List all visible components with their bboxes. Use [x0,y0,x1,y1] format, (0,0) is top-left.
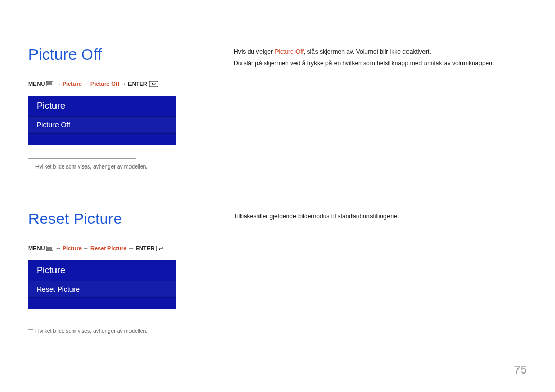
footnote-divider [28,323,136,323]
arrow: → [83,245,90,251]
body-paragraph: Tilbakestiller gjeldende bildemodus til … [234,211,527,221]
arrow: → [128,245,135,251]
body-paragraph-2: Du slår på skjermen ved å trykke på en h… [234,58,527,68]
osd-menu: Picture Picture Off [28,96,176,145]
body-pre: Hvis du velger [234,48,274,55]
left-column: Picture Off MENU → Picture → Picture Off… [28,46,231,170]
osd-menu-header: Picture [28,96,176,116]
nav-picture-off: Picture Off [90,81,119,87]
nav-enter-label: ENTER [128,81,147,87]
nav-path: MENU → Picture → Reset Picture → ENTER [28,244,231,253]
arrow: → [83,81,90,87]
nav-enter-label: ENTER [135,245,154,251]
nav-menu-label: MENU [28,245,45,251]
osd-menu: Picture Reset Picture [28,260,176,309]
top-divider [28,36,527,36]
nav-picture: Picture [63,245,82,251]
menu-icon [46,81,53,86]
page-number: 75 [514,363,527,377]
footnote-divider [28,158,136,159]
nav-reset-picture: Reset Picture [90,245,126,251]
menu-icon [46,246,53,251]
nav-picture: Picture [63,81,82,87]
arrow: → [121,81,128,87]
right-column: Hvis du velger Picture Off, slås skjerme… [231,46,527,170]
nav-path: MENU → Picture → Picture Off → ENTER [28,80,231,88]
section-gap [28,170,527,210]
right-column: Tilbakestiller gjeldende bildemodus til … [231,210,527,334]
arrow: → [55,81,63,87]
osd-menu-item: Picture Off [28,116,176,134]
footnote-text: Hvilket bilde som vises, avhenger av mod… [28,163,231,171]
osd-menu-footer [28,134,176,145]
left-column: Reset Picture MENU → Picture → Reset Pic… [28,210,231,334]
body-post: , slås skjermen av. Volumet blir ikke de… [304,48,431,55]
section-picture-off: Picture Off MENU → Picture → Picture Off… [28,46,527,170]
osd-menu-item: Reset Picture [28,281,176,298]
osd-menu-header: Picture [28,260,176,281]
body-paragraph: Hvis du velger Picture Off, slås skjerme… [234,47,527,57]
document-page: Picture Off MENU → Picture → Picture Off… [0,0,555,392]
body-red: Picture Off [274,48,303,55]
enter-icon [156,246,165,251]
section-title: Reset Picture [28,210,231,228]
section-reset-picture: Reset Picture MENU → Picture → Reset Pic… [28,210,527,334]
osd-menu-footer [28,298,176,309]
section-title: Picture Off [28,46,231,63]
nav-menu-label: MENU [28,81,45,87]
arrow: → [55,245,63,251]
enter-icon [149,81,158,87]
footnote-text: Hvilket bilde som vises, avhenger av mod… [28,327,231,335]
